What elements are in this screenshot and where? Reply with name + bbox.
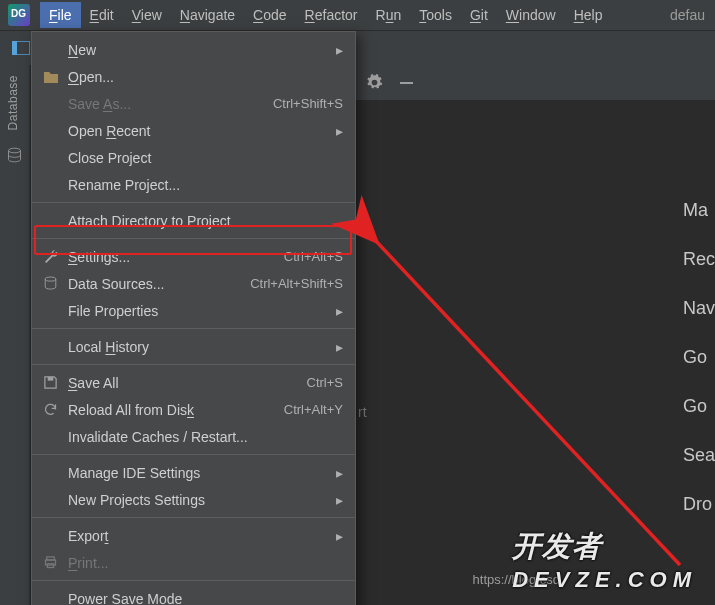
menuitem-manage-ide-settings[interactable]: Manage IDE Settings▸ (32, 459, 355, 486)
menu-refactor[interactable]: Refactor (296, 2, 367, 28)
menu-window[interactable]: Window (497, 2, 565, 28)
menuitem-label: Power Save Mode (68, 591, 182, 606)
menuitem-attach-directory-to-project[interactable]: Attach Directory to Project (32, 207, 355, 234)
menuitem-print-: Print... (32, 549, 355, 576)
menuitem-label: New (68, 42, 96, 58)
menuitem-shortcut: Ctrl+Alt+S (284, 249, 343, 264)
menuitem-label: Close Project (68, 150, 151, 166)
svg-rect-5 (48, 377, 54, 381)
menuitem-power-save-mode[interactable]: Power Save Mode (32, 585, 355, 605)
menu-separator (32, 580, 355, 581)
menu-separator (32, 328, 355, 329)
wrench-icon (42, 248, 59, 265)
menu-run[interactable]: Run (367, 2, 411, 28)
submenu-arrow-icon: ▸ (336, 465, 343, 481)
menuitem-save-all[interactable]: Save AllCtrl+S (32, 369, 355, 396)
menu-separator (32, 364, 355, 365)
submenu-arrow-icon: ▸ (336, 492, 343, 508)
watermark-line2: DEVZE.COM (512, 567, 697, 593)
menuitem-export[interactable]: Export▸ (32, 522, 355, 549)
menubar-right-text: defau (670, 7, 715, 23)
menuitem-label: Save All (68, 375, 119, 391)
submenu-arrow-icon: ▸ (336, 123, 343, 139)
watermark-line1: 开发者 (512, 530, 602, 562)
hint-item: Rec (683, 249, 715, 270)
menu-edit[interactable]: Edit (81, 2, 123, 28)
menuitem-shortcut: Ctrl+Alt+Shift+S (250, 276, 343, 291)
menuitem-local-history[interactable]: Local History▸ (32, 333, 355, 360)
menuitem-rename-project-[interactable]: Rename Project... (32, 171, 355, 198)
menuitem-label: Print... (68, 555, 108, 571)
reload-icon (42, 401, 59, 418)
menuitem-label: Local History (68, 339, 149, 355)
left-tool-strip: Database (0, 65, 30, 605)
db-icon (42, 275, 59, 292)
menuitem-label: File Properties (68, 303, 158, 319)
hint-item: Sea (683, 445, 715, 466)
menuitem-new[interactable]: New▸ (32, 36, 355, 63)
menuitem-reload-all-from-disk[interactable]: Reload All from DiskCtrl+Alt+Y (32, 396, 355, 423)
menuitem-shortcut: Ctrl+S (307, 375, 343, 390)
svg-point-4 (45, 277, 56, 281)
database-icon[interactable] (6, 147, 23, 164)
submenu-arrow-icon: ▸ (336, 42, 343, 58)
menuitem-label: Invalidate Caches / Restart... (68, 429, 248, 445)
menu-code[interactable]: Code (244, 2, 295, 28)
menu-view[interactable]: View (123, 2, 171, 28)
menuitem-label: New Projects Settings (68, 492, 205, 508)
menuitem-label: Rename Project... (68, 177, 180, 193)
svg-line-9 (375, 240, 680, 565)
editor-tab-bar (355, 65, 715, 101)
menuitem-label: Attach Directory to Project (68, 213, 231, 229)
menu-separator (32, 454, 355, 455)
menuitem-settings-[interactable]: Settings...Ctrl+Alt+S (32, 243, 355, 270)
menuitem-label: Save As... (68, 96, 131, 112)
print-icon (42, 554, 59, 571)
window-icon[interactable] (10, 37, 32, 59)
menuitem-file-properties[interactable]: File Properties▸ (32, 297, 355, 324)
menuitem-label: Settings... (68, 249, 130, 265)
welcome-hints: MaRecNavGoGoSeaDro (683, 200, 715, 515)
menubar: FileEditViewNavigateCodeRefactorRunTools… (0, 0, 715, 31)
menuitem-label: Reload All from Disk (68, 402, 194, 418)
menuitem-shortcut: Ctrl+Shift+S (273, 96, 343, 111)
menu-git[interactable]: Git (461, 2, 497, 28)
svg-rect-1 (12, 41, 17, 55)
submenu-arrow-icon: ▸ (336, 528, 343, 544)
file-menu-dropdown: New▸Open...Save As...Ctrl+Shift+SOpen Re… (31, 31, 356, 605)
menu-separator (32, 517, 355, 518)
gear-icon[interactable] (365, 74, 383, 92)
menuitem-open-recent[interactable]: Open Recent▸ (32, 117, 355, 144)
database-tool-label[interactable]: Database (6, 75, 20, 130)
hint-item: Go (683, 396, 707, 417)
svg-point-2 (9, 148, 21, 153)
folder-icon (42, 68, 59, 85)
menuitem-label: Manage IDE Settings (68, 465, 200, 481)
menuitem-label: Data Sources... (68, 276, 165, 292)
watermark-logo: 开发者 DEVZE.COM (512, 527, 697, 593)
menuitem-label: Open Recent (68, 123, 151, 139)
menuitem-open-[interactable]: Open... (32, 63, 355, 90)
menu-separator (32, 202, 355, 203)
menuitem-close-project[interactable]: Close Project (32, 144, 355, 171)
hint-item: Go (683, 347, 707, 368)
submenu-arrow-icon: ▸ (336, 339, 343, 355)
menuitem-save-as-: Save As...Ctrl+Shift+S (32, 90, 355, 117)
menu-file[interactable]: File (40, 2, 81, 28)
menuitem-invalidate-caches-restart-[interactable]: Invalidate Caches / Restart... (32, 423, 355, 450)
app-logo-icon (8, 4, 30, 26)
hint-item: Nav (683, 298, 715, 319)
menuitem-data-sources-[interactable]: Data Sources...Ctrl+Alt+Shift+S (32, 270, 355, 297)
menu-help[interactable]: Help (565, 2, 612, 28)
hint-item: Ma (683, 200, 708, 221)
submenu-arrow-icon: ▸ (336, 303, 343, 319)
svg-rect-3 (400, 82, 413, 84)
menuitem-label: Export (68, 528, 108, 544)
minimize-icon[interactable] (397, 74, 415, 92)
menu-separator (32, 238, 355, 239)
menuitem-new-projects-settings[interactable]: New Projects Settings▸ (32, 486, 355, 513)
behind-text: rt (358, 404, 367, 420)
menu-tools[interactable]: Tools (410, 2, 461, 28)
menuitem-label: Open... (68, 69, 114, 85)
menu-navigate[interactable]: Navigate (171, 2, 244, 28)
